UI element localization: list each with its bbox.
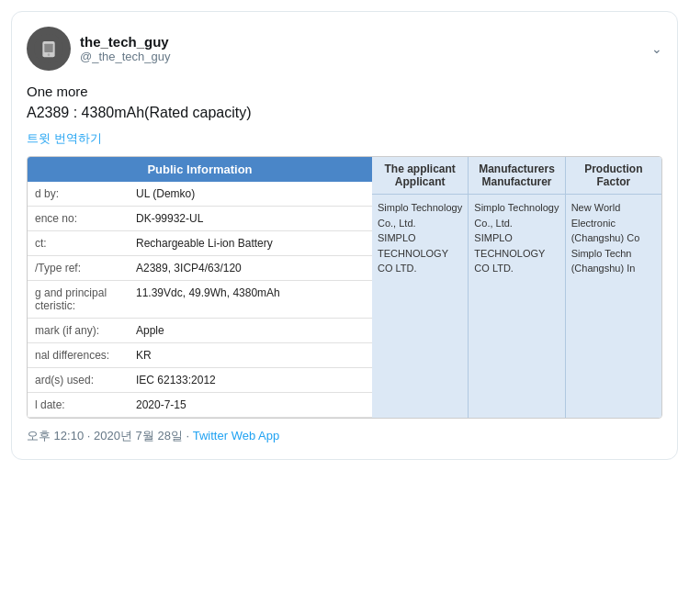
production-header-line2: Factor: [571, 175, 656, 188]
tweet-line2: A2389 : 4380mAh(Rated capacity): [27, 103, 662, 123]
applicant-header-line1: The applicant: [378, 162, 462, 175]
tweet-footer: 오후 12:10 · 2020년 7월 28일 · Twitter Web Ap…: [27, 428, 662, 444]
table-cell-value: KR: [129, 343, 372, 368]
tweet-header-left: the_tech_guy @_the_tech_guy: [27, 27, 171, 71]
tweet-line1: One more: [27, 82, 662, 101]
left-panel-header: Public Information: [28, 157, 372, 182]
right-panel: The applicant Applicant Manufacturers Ma…: [372, 157, 661, 418]
user-info: the_tech_guy @_the_tech_guy: [80, 34, 171, 63]
table-cell-value: IEC 62133:2012: [129, 368, 372, 393]
username: @_the_tech_guy: [80, 50, 171, 63]
right-header-row: The applicant Applicant Manufacturers Ma…: [372, 157, 661, 195]
left-table: d by:UL (Demko)ence no:DK-99932-ULct:Rec…: [28, 182, 372, 418]
right-data-col-applicant: Simplo Technology Co., Ltd.SIMPLO TECHNO…: [372, 195, 469, 418]
right-data-col-production: New World Electronic (Changshu) CoSimplo…: [566, 195, 661, 418]
left-panel: Public Information d by:UL (Demko)ence n…: [28, 157, 372, 418]
right-data-area: Simplo Technology Co., Ltd.SIMPLO TECHNO…: [372, 195, 661, 418]
table-row: nal differences:KR: [28, 343, 372, 368]
tweet-header: the_tech_guy @_the_tech_guy ⌄: [27, 27, 662, 71]
manufacturer-header-line2: Manufacturer: [474, 175, 559, 188]
svg-rect-2: [44, 44, 52, 52]
table-row: ard(s) used:IEC 62133:2012: [28, 368, 372, 393]
tweet-date: 2020년 7월 28일: [94, 429, 183, 442]
table-cell-label: nal differences:: [28, 343, 129, 368]
translate-link[interactable]: 트윗 번역하기: [27, 130, 662, 147]
tweet-time: 오후 12:10: [27, 429, 84, 442]
table-row: /Type ref:A2389, 3ICP4/63/120: [28, 256, 372, 281]
right-col-header-applicant: The applicant Applicant: [372, 157, 469, 194]
right-data-col-manufacturer: Simplo Technology Co., Ltd.SIMPLO TECHNO…: [469, 195, 565, 418]
table-cell-value: Rechargeable Li-ion Battery: [129, 231, 372, 256]
table-cell-label: g and principal cteristic:: [28, 281, 129, 319]
table-row: ct:Rechargeable Li-ion Battery: [28, 231, 372, 256]
table-cell-label: ct:: [28, 231, 129, 256]
table-cell-value: DK-99932-UL: [129, 207, 372, 231]
chevron-down-icon[interactable]: ⌄: [651, 41, 662, 56]
table-cell-value: Apple: [129, 319, 372, 343]
certification-table: Public Information d by:UL (Demko)ence n…: [27, 156, 662, 419]
footer-separator2: ·: [186, 429, 190, 442]
table-cell-value: 2020-7-15: [129, 393, 372, 418]
svg-point-3: [48, 53, 51, 56]
display-name: the_tech_guy: [80, 34, 171, 50]
table-row: g and principal cteristic:11.39Vdc, 49.9…: [28, 281, 372, 319]
twitter-platform-link[interactable]: Twitter Web App: [193, 429, 279, 442]
right-col-header-production: Production Factor: [566, 157, 661, 194]
tweet-card: the_tech_guy @_the_tech_guy ⌄ One more A…: [11, 11, 678, 460]
table-cell-label: ard(s) used:: [28, 368, 129, 393]
table-row: d by:UL (Demko): [28, 182, 372, 207]
table-row: l date:2020-7-15: [28, 393, 372, 418]
table-cell-value: 11.39Vdc, 49.9Wh, 4380mAh: [129, 281, 372, 319]
production-header-line1: Production: [571, 162, 656, 175]
tweet-text: One more A2389 : 4380mAh(Rated capacity): [27, 82, 662, 123]
table-cell-value: A2389, 3ICP4/63/120: [129, 256, 372, 281]
avatar: [27, 27, 71, 71]
table-row: ence no:DK-99932-UL: [28, 207, 372, 231]
table-cell-label: ence no:: [28, 207, 129, 231]
right-col-header-manufacturer: Manufacturers Manufacturer: [469, 157, 565, 194]
table-cell-label: d by:: [28, 182, 129, 207]
table-cell-label: l date:: [28, 393, 129, 418]
applicant-header-line2: Applicant: [378, 175, 462, 188]
table-cell-label: mark (if any):: [28, 319, 129, 343]
table-cell-label: /Type ref:: [28, 256, 129, 281]
table-row: mark (if any):Apple: [28, 319, 372, 343]
footer-separator1: ·: [87, 429, 91, 442]
table-cell-value: UL (Demko): [129, 182, 372, 207]
manufacturer-header-line1: Manufacturers: [474, 162, 559, 175]
